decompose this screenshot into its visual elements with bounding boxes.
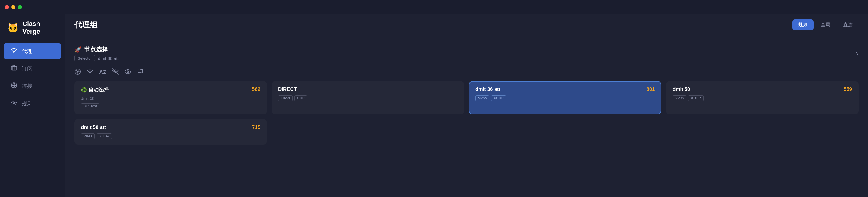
proxy-card-dmit50[interactable]: dmit 50 559 Vless XUDP xyxy=(666,81,859,114)
proxy-card-dmit36att[interactable]: dmit 36 att 801 Vless XUDP xyxy=(469,81,661,114)
proxy-sub: dmit 50 xyxy=(81,96,260,101)
proxy-grid-row2: dmit 50 att 715 Vless XUDP xyxy=(72,119,861,144)
proxy-card-header: DIRECT xyxy=(278,87,458,92)
proxy-tag-xudp: XUDP xyxy=(688,95,703,101)
group-name-text: 节点选择 xyxy=(84,45,108,54)
proxy-card-dmit50att[interactable]: dmit 50 att 715 Vless XUDP xyxy=(74,119,267,144)
az-sort-icon[interactable]: AZ xyxy=(99,69,106,75)
proxy-latency: 562 xyxy=(252,87,260,92)
chevron-up-icon: ∧ xyxy=(855,50,859,57)
sidebar-item-connect[interactable]: 连接 xyxy=(4,78,61,94)
proxy-tag-vless: Vless xyxy=(475,95,489,101)
proxy-grid: ♻️ 自动选择 562 dmit 50 URLTest DIRECT xyxy=(72,81,861,114)
proxy-latency: 801 xyxy=(647,87,655,92)
group-header[interactable]: 🚀 节点选择 Selector dmit 36 att ∧ xyxy=(72,41,861,66)
content-header: 代理组 规则 全局 直连 xyxy=(65,14,868,36)
connect-label: 连接 xyxy=(22,83,32,90)
proxy-latency: 715 xyxy=(252,125,260,130)
proxy-latency: 559 xyxy=(844,87,852,92)
group-type-badge: Selector xyxy=(74,55,95,61)
flag-icon[interactable] xyxy=(137,68,144,76)
proxy-card-auto[interactable]: ♻️ 自动选择 562 dmit 50 URLTest xyxy=(74,81,267,114)
proxy-tags: Vless XUDP xyxy=(673,95,852,101)
svg-point-8 xyxy=(127,71,129,72)
proxy-card-header: ♻️ 自动选择 562 xyxy=(81,87,260,93)
proxy-card-header: dmit 50 559 xyxy=(673,87,852,92)
tab-rules[interactable]: 规则 xyxy=(793,20,814,30)
proxy-tag-xudp: XUDP xyxy=(491,95,506,101)
proxy-tag-xudp: XUDP xyxy=(97,133,112,139)
maximize-button[interactable] xyxy=(18,5,22,9)
proxy-content: 🚀 节点选择 Selector dmit 36 att ∧ xyxy=(65,36,868,197)
auto-icon: ♻️ xyxy=(81,87,89,93)
wifi-icon xyxy=(11,47,17,55)
close-button[interactable] xyxy=(5,5,9,9)
proxy-tag-urltest: URLTest xyxy=(81,103,99,109)
rules-icon xyxy=(11,99,17,107)
proxy-card-header: dmit 50 att 715 xyxy=(81,125,260,130)
page-title: 代理组 xyxy=(74,20,97,30)
app-name: Clash Verge xyxy=(23,20,58,35)
group-selected-proxy: dmit 36 att xyxy=(98,56,119,61)
sidebar-item-subscribe[interactable]: 订阅 xyxy=(4,61,61,77)
group-name: 🚀 节点选择 xyxy=(74,45,119,54)
app-icon: 🐱 xyxy=(7,22,19,33)
subscribe-label: 订阅 xyxy=(22,65,32,72)
eye-icon[interactable] xyxy=(125,68,131,76)
signal-icon[interactable] xyxy=(87,68,93,76)
tab-global[interactable]: 全局 xyxy=(815,20,836,30)
sidebar-logo: 🐱 Clash Verge xyxy=(0,17,65,42)
svg-rect-1 xyxy=(11,66,17,70)
svg-point-3 xyxy=(13,102,15,103)
proxy-name: DIRECT xyxy=(278,87,297,92)
proxy-card-direct[interactable]: DIRECT Direct UDP xyxy=(272,81,464,114)
rules-label: 规则 xyxy=(22,100,32,107)
proxy-name: ♻️ 自动选择 xyxy=(81,87,108,93)
group-icon: 🚀 xyxy=(74,46,82,53)
subscribe-icon xyxy=(11,65,17,72)
content: 代理组 规则 全局 直连 🚀 节点选择 Selector dmit 36 att xyxy=(65,14,868,197)
target-icon[interactable] xyxy=(74,68,81,76)
proxy-card-header: dmit 36 att 801 xyxy=(475,87,655,92)
proxy-tag-direct: Direct xyxy=(278,95,292,101)
sidebar-item-proxy[interactable]: 代理 xyxy=(4,43,61,59)
sidebar-item-rules[interactable]: 规则 xyxy=(4,95,61,111)
main-layout: 🐱 Clash Verge 代理 订阅 xyxy=(0,14,868,197)
proxy-label: 代理 xyxy=(22,48,32,55)
header-tabs: 规则 全局 直连 xyxy=(793,20,859,30)
group-subtitle: Selector dmit 36 att xyxy=(74,55,119,61)
traffic-lights xyxy=(5,5,22,9)
minimize-button[interactable] xyxy=(11,5,16,9)
sidebar: 🐱 Clash Verge 代理 订阅 xyxy=(0,14,65,197)
svg-point-6 xyxy=(77,71,78,72)
filter-bar: AZ xyxy=(72,66,861,81)
proxy-tags: URLTest xyxy=(81,103,260,109)
tab-direct[interactable]: 直连 xyxy=(837,20,859,30)
proxy-tag-udp: UDP xyxy=(294,95,307,101)
proxy-tags: Direct UDP xyxy=(278,95,458,101)
proxy-name: dmit 36 att xyxy=(475,87,500,92)
svg-point-0 xyxy=(13,52,14,53)
proxy-tag-vless: Vless xyxy=(81,133,95,139)
globe-icon xyxy=(11,82,17,90)
proxy-name: dmit 50 xyxy=(673,87,690,92)
proxy-name: dmit 50 att xyxy=(81,125,106,130)
group-title-area: 🚀 节点选择 Selector dmit 36 att xyxy=(74,45,119,61)
titlebar xyxy=(0,0,868,14)
proxy-tags: Vless XUDP xyxy=(475,95,655,101)
no-signal-icon[interactable] xyxy=(112,68,119,76)
proxy-tags: Vless XUDP xyxy=(81,133,260,139)
proxy-tag-vless: Vless xyxy=(673,95,686,101)
